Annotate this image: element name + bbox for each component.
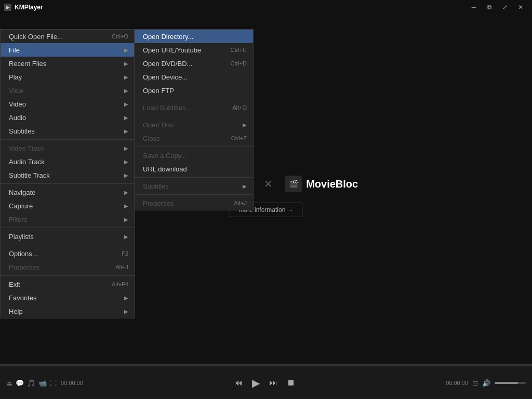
fullscreen-button[interactable]: ⤢ — [498, 0, 512, 15]
playback-controls: ⏮ ▶ ⏭ ⏹ — [97, 377, 432, 389]
submenu-item-open-device[interactable]: Open Device... — [135, 70, 253, 84]
submenu-item-subtitles: Subtitles ▶ — [135, 179, 253, 193]
submenu-item-open-directory[interactable]: Open Directory... — [135, 30, 253, 43]
menu-item-view: View ▶ — [1, 84, 135, 97]
separator-1 — [1, 139, 135, 140]
time-right: 00:00:00 — [432, 380, 468, 386]
menu-item-video[interactable]: Video ▶ — [1, 97, 135, 111]
volume-icon[interactable]: 🔊 — [482, 379, 490, 387]
file-menu: Quick Open File... Ctrl+O File ▶ Recent … — [0, 29, 135, 318]
progress-bar[interactable] — [0, 364, 532, 366]
sub-separator-4 — [135, 177, 253, 178]
play-button[interactable]: ▶ — [252, 377, 260, 389]
menu-item-video-track: Video Track ▶ — [1, 141, 135, 155]
menu-item-playlists[interactable]: Playlists ▶ — [1, 230, 135, 243]
menu-item-properties: Properties Alt+J — [1, 260, 135, 274]
separator-2 — [1, 183, 135, 184]
menu-item-options[interactable]: Options... F2 — [1, 247, 135, 260]
menu-item-audio-track[interactable]: Audio Track ▶ — [1, 155, 135, 168]
menu-item-capture[interactable]: Capture ▶ — [1, 199, 135, 212]
submenu-item-properties: Properties Alt+J — [135, 196, 253, 210]
submenu-item-open-dvd[interactable]: Open DVD/BD... Ctrl+D — [135, 57, 253, 70]
titlebar: ▶ KMPlayer ─ ⧉ ⤢ ✕ — [0, 0, 532, 15]
stop-button[interactable]: ⏹ — [287, 378, 295, 388]
moviebloc-name: MovieBloc — [306, 178, 358, 190]
sub-separator-5 — [135, 194, 253, 195]
volume-fill — [495, 382, 518, 384]
menu-item-quick-open[interactable]: Quick Open File... Ctrl+O — [1, 30, 135, 43]
sub-separator-2 — [135, 116, 253, 116]
submenu-item-url-download[interactable]: URL download — [135, 162, 253, 176]
submenu-item-open-disc: Open Disc ▶ — [135, 118, 253, 131]
sub-separator-1 — [135, 99, 253, 99]
x-divider: ✕ — [264, 178, 273, 190]
app-icon: ▶ — [4, 4, 11, 11]
submenu-item-load-subtitles: Load Subtitles... Alt+O — [135, 101, 253, 114]
eject-icon[interactable]: ⏏ — [6, 379, 12, 387]
screen-icon[interactable]: ⛶ — [50, 379, 57, 387]
menu-item-filters: Filters ▶ — [1, 212, 135, 226]
video-icon[interactable]: 📹 — [38, 379, 47, 387]
next-button[interactable]: ⏭ — [269, 378, 277, 388]
restore-button[interactable]: ⧉ — [482, 0, 497, 15]
minimize-button[interactable]: ─ — [467, 0, 481, 15]
submenu-item-close: Close Ctrl+Z — [135, 131, 253, 145]
menu-item-subtitles[interactable]: Subtitles ▶ — [1, 124, 135, 138]
separator-4 — [1, 245, 135, 245]
audio-icon[interactable]: 🎵 — [27, 379, 35, 387]
menu-item-recent-files[interactable]: Recent Files ▶ — [1, 57, 135, 70]
volume-bar[interactable] — [495, 382, 526, 384]
menu-item-favorites[interactable]: Favorites ▶ — [1, 291, 135, 304]
close-button[interactable]: ✕ — [513, 0, 528, 15]
moviebloc-icon: 🎬 — [285, 176, 302, 192]
bottom-left-icons: ⏏ 💬 🎵 📹 ⛶ — [6, 379, 57, 387]
submenu-item-open-ftp[interactable]: Open FTP — [135, 84, 253, 97]
separator-5 — [1, 275, 135, 276]
menu-item-audio[interactable]: Audio ▶ — [1, 111, 135, 124]
menu-item-play[interactable]: Play ▶ — [1, 70, 135, 84]
sub-separator-3 — [135, 147, 253, 147]
controls-row: ⏏ 💬 🎵 📹 ⛶ 00:00:00 ⏮ ▶ ⏭ ⏹ 00:00:00 ⊡ 🔊 — [0, 366, 532, 399]
menu-item-exit[interactable]: Exit Alt+F4 — [1, 277, 135, 291]
moviebloc-logo: 🎬 MovieBloc — [285, 176, 358, 192]
menu-item-navigate[interactable]: Navigate ▶ — [1, 185, 135, 199]
time-left: 00:00:00 — [61, 380, 97, 386]
main-content: ▶ KMPlayer ✕ 🎬 MovieBloc more informatio… — [0, 15, 532, 378]
prev-button[interactable]: ⏮ — [234, 378, 243, 388]
window-controls: ─ ⧉ ⤢ ✕ — [467, 0, 528, 15]
menu-item-subtitle-track[interactable]: Subtitle Track ▶ — [1, 168, 135, 182]
separator-3 — [1, 228, 135, 228]
submenu-item-open-url[interactable]: Open URL/Youtube Ctrl+U — [135, 43, 253, 57]
subtitle-toggle-icon[interactable]: ⊡ — [472, 379, 478, 387]
bottom-controls: ⏏ 💬 🎵 📹 ⛶ 00:00:00 ⏮ ▶ ⏭ ⏹ 00:00:00 ⊡ 🔊 — [0, 364, 532, 399]
submenu-item-save-copy: Save a Copy... — [135, 149, 253, 162]
menu-item-file[interactable]: File ▶ — [1, 43, 135, 57]
right-controls: ⊡ 🔊 — [472, 379, 526, 387]
file-submenu: Open Directory... Open URL/Youtube Ctrl+… — [134, 29, 254, 210]
app-title: KMPlayer — [15, 4, 43, 11]
subtitle-icon[interactable]: 💬 — [16, 379, 24, 387]
menu-item-help[interactable]: Help ▶ — [1, 304, 135, 318]
